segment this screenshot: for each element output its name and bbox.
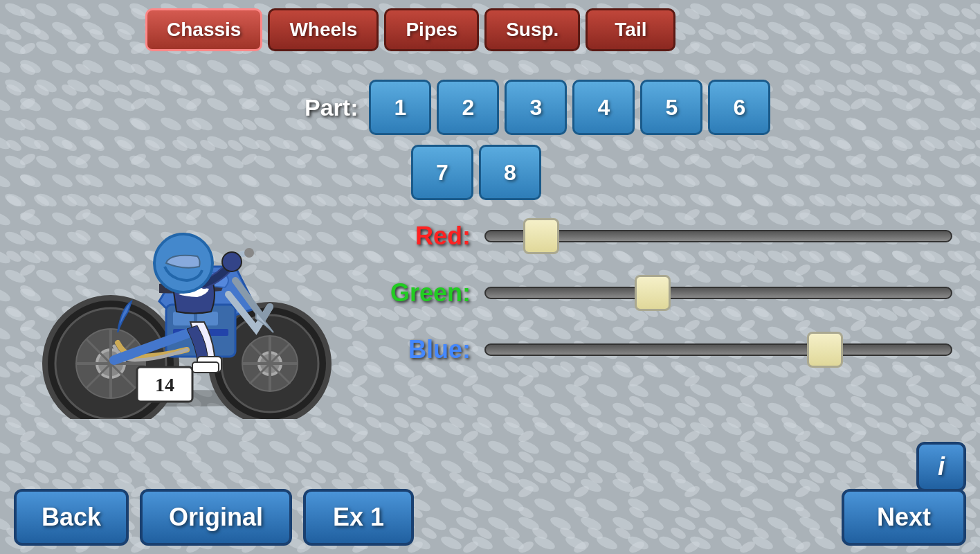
next-button[interactable]: Next [842,489,966,546]
green-slider-thumb[interactable] [635,275,671,311]
parts-selector: Part: 1 2 3 4 5 6 7 8 [305,80,770,200]
part-btn-2[interactable]: 2 [437,80,499,135]
svg-rect-32 [192,362,219,373]
svg-point-34 [222,252,242,271]
part-btn-8[interactable]: 8 [479,145,541,200]
tab-pipes[interactable]: Pipes [384,8,479,51]
blue-slider-track[interactable] [484,343,952,356]
red-slider-thumb[interactable] [523,218,559,254]
parts-numbers-row2: 7 8 [411,145,770,200]
svg-point-30 [244,248,254,258]
red-slider-row: Red: [381,222,952,251]
part-btn-4[interactable]: 4 [572,80,635,135]
red-label: Red: [381,222,471,251]
blue-label: Blue: [381,335,471,364]
part-btn-3[interactable]: 3 [505,80,567,135]
svg-text:14: 14 [155,374,174,395]
original-button[interactable]: Original [140,489,292,546]
red-slider-track[interactable] [484,230,952,242]
parts-numbers-row1: 1 2 3 4 5 6 [369,80,770,135]
motorcycle-display: 14 [0,83,360,464]
part-btn-7[interactable]: 7 [411,145,473,200]
tab-tail[interactable]: Tail [586,8,675,51]
part-btn-6[interactable]: 6 [708,80,770,135]
tab-wheels[interactable]: Wheels [268,8,379,51]
back-button[interactable]: Back [14,489,129,546]
category-tabs: Chassis Wheels Pipes Susp. Tail [145,8,675,51]
info-button[interactable]: i [916,442,966,492]
bottom-toolbar: Back Original Ex 1 Next [14,489,966,546]
blue-slider-row: Blue: [381,335,952,364]
parts-row1: Part: 1 2 3 4 5 6 [305,80,770,135]
green-label: Green: [381,278,471,307]
part-btn-5[interactable]: 5 [640,80,702,135]
green-slider-row: Green: [381,278,952,307]
blue-slider-thumb[interactable] [807,332,843,368]
tab-chassis[interactable]: Chassis [145,8,262,51]
motorcycle-svg: 14 [21,128,339,419]
color-sliders: Red: Green: Blue: [381,222,952,364]
green-slider-track[interactable] [484,287,952,299]
ex1-button[interactable]: Ex 1 [303,489,414,546]
tab-susp[interactable]: Susp. [484,8,580,51]
part-btn-1[interactable]: 1 [369,80,431,135]
